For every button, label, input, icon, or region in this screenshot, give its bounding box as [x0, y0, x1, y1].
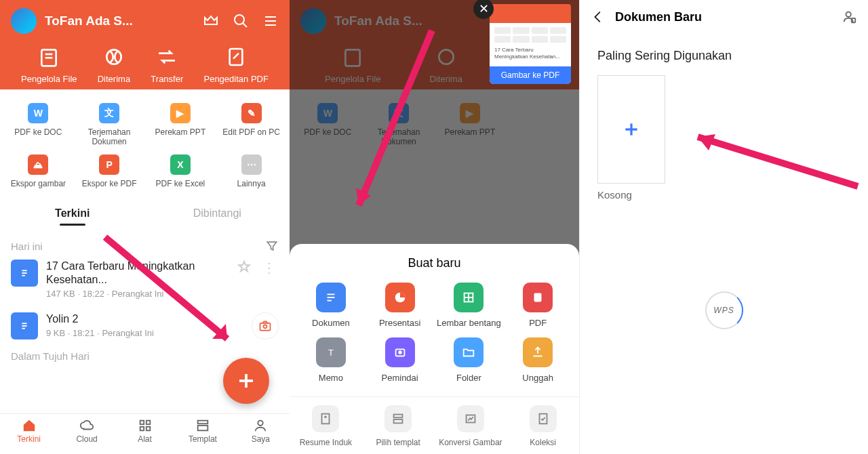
label: Diterima — [98, 74, 130, 84]
blank-label: Kosong — [597, 189, 868, 201]
profile-icon[interactable] — [842, 9, 857, 24]
conv-export-pdf[interactable]: PEkspor ke PDF — [74, 150, 145, 192]
star-icon[interactable] — [237, 260, 252, 274]
create-scanner[interactable]: Pemindai — [366, 337, 435, 383]
create-upload[interactable]: Unggah — [503, 337, 572, 383]
label: Resume Induk — [300, 438, 352, 447]
create-pdf[interactable]: PDF — [503, 283, 572, 328]
svg-rect-47 — [394, 419, 403, 424]
nav-recent[interactable]: Terkini — [0, 414, 58, 454]
svg-point-43 — [398, 350, 402, 354]
svg-rect-22 — [140, 421, 144, 425]
search-icon[interactable] — [233, 13, 249, 29]
more-icon[interactable]: ⋮ — [260, 260, 279, 276]
conv-translate[interactable]: 文Terjemahan Dokumen — [74, 99, 145, 150]
label: Presentasi — [379, 318, 420, 328]
label: Pengelola File — [21, 74, 77, 84]
convert-grid: WPDF ke DOC 文Terjemahan Dokumen ▶Perekam… — [0, 89, 290, 198]
file-title: Yolin 2 — [46, 312, 243, 326]
file-item[interactable]: 17 Cara Terbaru Meningkatkan Kesehatan..… — [0, 253, 290, 306]
svg-marker-57 — [698, 134, 715, 150]
mini-action-button[interactable]: Gambar ke PDF — [490, 66, 571, 84]
conv-editpdf-pc[interactable]: ✎Edit PDF on PC — [216, 99, 287, 150]
label: Saya — [252, 434, 270, 444]
label: Koleksi — [530, 438, 556, 447]
sheet-title: Buat baru — [290, 256, 579, 270]
label: Memo — [319, 373, 343, 383]
create-presentation[interactable]: Presentasi — [366, 283, 435, 328]
label: Pengeditan PDF — [203, 74, 268, 84]
bottom-img-convert[interactable]: Konversi Gambar — [435, 405, 507, 447]
tool-received[interactable]: Diterima — [98, 46, 130, 84]
bottom-resume[interactable]: Resume Induk — [290, 405, 362, 447]
label: PDF ke Excel — [156, 179, 205, 188]
username: ToFan Ada S... — [45, 14, 195, 28]
svg-text:T: T — [328, 348, 334, 358]
tab-recent[interactable]: Terkini — [0, 198, 145, 235]
file-item[interactable]: Yolin 2 9 KB · 18:21 · Perangkat Ini — [0, 306, 290, 346]
conv-pdf-excel[interactable]: XPDF ke Excel — [145, 150, 216, 192]
tab-starred[interactable]: Dibintangi — [145, 198, 290, 235]
svg-point-19 — [264, 325, 267, 328]
conv-pdf-doc[interactable]: WPDF ke DOC — [3, 99, 74, 150]
tool-transfer[interactable]: Transfer — [151, 46, 183, 84]
mini-preview: 17 Cara Terbaru Meningkatkan Kesehatan..… — [490, 4, 571, 84]
label: Ekspor ke PDF — [82, 179, 137, 188]
create-sheet: Buat baru Dokumen Presentasi Lembar bent… — [290, 244, 579, 454]
svg-rect-27 — [198, 426, 208, 430]
svg-point-52 — [846, 12, 851, 17]
svg-rect-23 — [146, 421, 150, 425]
app-header: ToFan Ada S... Pengelola File Diterima T… — [0, 0, 290, 89]
svg-rect-24 — [140, 427, 144, 431]
label: Terjemahan Dokumen — [88, 127, 131, 146]
svg-point-28 — [258, 421, 263, 426]
file-meta: 9 KB · 18:21 · Perangkat Ini — [46, 328, 243, 338]
nav-tools[interactable]: Alat — [116, 414, 174, 454]
crown-icon[interactable] — [203, 13, 219, 29]
label: PDF ke DOC — [14, 127, 62, 137]
menu-icon[interactable] — [262, 13, 279, 29]
back-icon[interactable] — [591, 9, 606, 24]
conv-ppt-rec[interactable]: ▶Perekam PPT — [145, 99, 216, 150]
label: Unggah — [522, 373, 553, 383]
doc-icon — [11, 312, 38, 339]
tool-pdf-edit[interactable]: Pengeditan PDF — [203, 46, 268, 84]
tabs: Terkini Dibintangi — [0, 198, 290, 235]
bottom-collection[interactable]: Koleksi — [507, 405, 579, 447]
svg-rect-40 — [534, 293, 542, 302]
label: Templat — [189, 434, 217, 444]
svg-rect-26 — [198, 421, 208, 424]
avatar[interactable] — [11, 8, 37, 34]
file-meta: 147 KB · 18:22 · Perangkat Ini — [46, 289, 229, 299]
camera-button[interactable] — [252, 312, 279, 339]
tool-file-manager[interactable]: Pengelola File — [21, 46, 77, 84]
bottom-template[interactable]: Pilih templat — [362, 405, 435, 447]
label: Perekam PPT — [155, 127, 206, 137]
create-folder[interactable]: Folder — [435, 337, 504, 383]
label: Folder — [456, 373, 481, 383]
label: Konversi Gambar — [439, 438, 502, 447]
label: Lembar bentang — [437, 318, 501, 328]
label: Edit PDF on PC — [222, 127, 280, 137]
create-spreadsheet[interactable]: Lembar bentang — [435, 283, 504, 328]
subheading-frequent: Paling Sering Digunakan — [580, 34, 868, 63]
nav-me[interactable]: Saya — [232, 414, 290, 454]
nav-template[interactable]: Templat — [174, 414, 231, 454]
conv-export-img[interactable]: ⛰Ekspor gambar — [3, 150, 74, 192]
label: Terkini — [17, 434, 41, 444]
label: Lainnya — [237, 179, 266, 188]
filter-icon[interactable] — [265, 239, 279, 253]
label: Dokumen — [312, 318, 350, 328]
wps-loader: WPS — [705, 291, 743, 329]
file-title: 17 Cara Terbaru Meningkatkan Kesehatan..… — [46, 260, 229, 287]
blank-template-card[interactable] — [597, 75, 665, 184]
svg-point-0 — [235, 15, 244, 24]
nav-cloud[interactable]: Cloud — [58, 414, 115, 454]
create-memo[interactable]: TMemo — [296, 337, 366, 383]
create-document[interactable]: Dokumen — [296, 283, 366, 328]
fab-add[interactable] — [223, 358, 269, 404]
svg-rect-46 — [394, 415, 403, 418]
label: Pilih templat — [376, 438, 420, 447]
conv-more[interactable]: ⋯Lainnya — [216, 150, 287, 192]
doc-icon — [11, 260, 38, 287]
